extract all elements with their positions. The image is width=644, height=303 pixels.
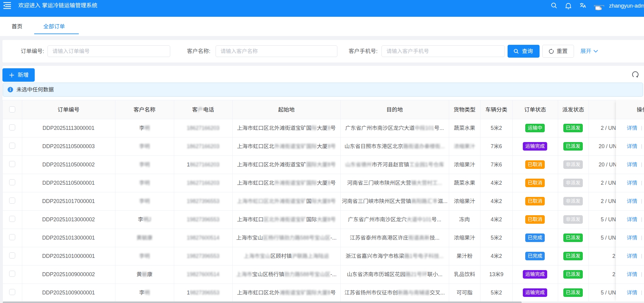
svg-text:A: A <box>583 4 586 8</box>
